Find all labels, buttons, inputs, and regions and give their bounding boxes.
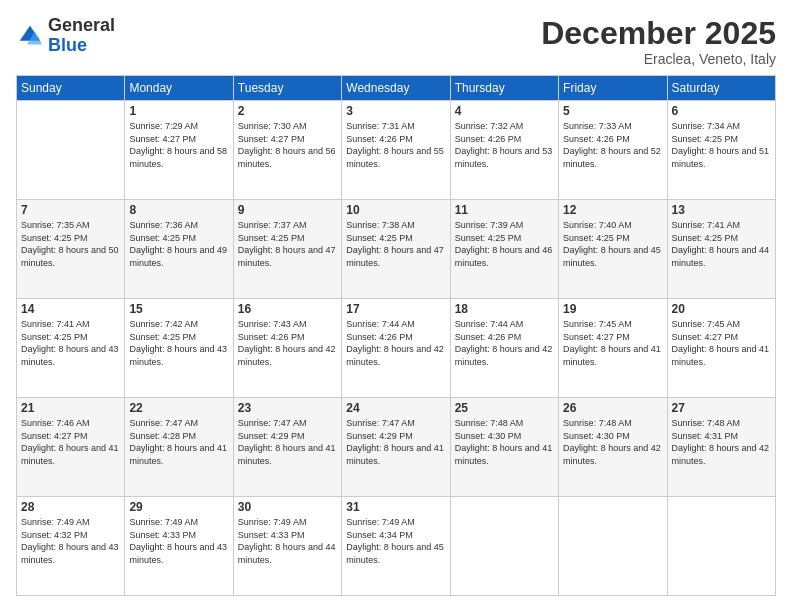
day-number: 6 (672, 104, 771, 118)
calendar-cell: 20Sunrise: 7:45 AMSunset: 4:27 PMDayligh… (667, 299, 775, 398)
cell-info: Sunrise: 7:41 AMSunset: 4:25 PMDaylight:… (672, 219, 771, 269)
cell-info: Sunrise: 7:37 AMSunset: 4:25 PMDaylight:… (238, 219, 337, 269)
cell-info: Sunrise: 7:44 AMSunset: 4:26 PMDaylight:… (346, 318, 445, 368)
page: General Blue December 2025 Eraclea, Vene… (0, 0, 792, 612)
cell-info: Sunrise: 7:48 AMSunset: 4:30 PMDaylight:… (563, 417, 662, 467)
day-number: 4 (455, 104, 554, 118)
day-header-sunday: Sunday (17, 76, 125, 101)
day-number: 16 (238, 302, 337, 316)
calendar-cell (667, 497, 775, 596)
day-number: 19 (563, 302, 662, 316)
cell-info: Sunrise: 7:43 AMSunset: 4:26 PMDaylight:… (238, 318, 337, 368)
calendar-week-3: 14Sunrise: 7:41 AMSunset: 4:25 PMDayligh… (17, 299, 776, 398)
calendar-cell: 15Sunrise: 7:42 AMSunset: 4:25 PMDayligh… (125, 299, 233, 398)
calendar-cell: 16Sunrise: 7:43 AMSunset: 4:26 PMDayligh… (233, 299, 341, 398)
calendar-cell: 1Sunrise: 7:29 AMSunset: 4:27 PMDaylight… (125, 101, 233, 200)
cell-info: Sunrise: 7:45 AMSunset: 4:27 PMDaylight:… (563, 318, 662, 368)
cell-info: Sunrise: 7:32 AMSunset: 4:26 PMDaylight:… (455, 120, 554, 170)
month-title: December 2025 (541, 16, 776, 51)
day-number: 23 (238, 401, 337, 415)
day-header-monday: Monday (125, 76, 233, 101)
cell-info: Sunrise: 7:49 AMSunset: 4:34 PMDaylight:… (346, 516, 445, 566)
logo: General Blue (16, 16, 115, 56)
day-number: 28 (21, 500, 120, 514)
calendar-cell: 5Sunrise: 7:33 AMSunset: 4:26 PMDaylight… (559, 101, 667, 200)
calendar-cell: 13Sunrise: 7:41 AMSunset: 4:25 PMDayligh… (667, 200, 775, 299)
day-number: 30 (238, 500, 337, 514)
calendar-cell: 4Sunrise: 7:32 AMSunset: 4:26 PMDaylight… (450, 101, 558, 200)
calendar-cell: 17Sunrise: 7:44 AMSunset: 4:26 PMDayligh… (342, 299, 450, 398)
day-number: 10 (346, 203, 445, 217)
day-number: 8 (129, 203, 228, 217)
cell-info: Sunrise: 7:34 AMSunset: 4:25 PMDaylight:… (672, 120, 771, 170)
calendar-cell: 7Sunrise: 7:35 AMSunset: 4:25 PMDaylight… (17, 200, 125, 299)
calendar-cell: 23Sunrise: 7:47 AMSunset: 4:29 PMDayligh… (233, 398, 341, 497)
day-number: 13 (672, 203, 771, 217)
calendar-week-4: 21Sunrise: 7:46 AMSunset: 4:27 PMDayligh… (17, 398, 776, 497)
cell-info: Sunrise: 7:38 AMSunset: 4:25 PMDaylight:… (346, 219, 445, 269)
calendar-cell: 28Sunrise: 7:49 AMSunset: 4:32 PMDayligh… (17, 497, 125, 596)
title-area: December 2025 Eraclea, Veneto, Italy (541, 16, 776, 67)
day-number: 9 (238, 203, 337, 217)
cell-info: Sunrise: 7:36 AMSunset: 4:25 PMDaylight:… (129, 219, 228, 269)
calendar-week-2: 7Sunrise: 7:35 AMSunset: 4:25 PMDaylight… (17, 200, 776, 299)
day-number: 27 (672, 401, 771, 415)
day-header-tuesday: Tuesday (233, 76, 341, 101)
calendar-cell: 6Sunrise: 7:34 AMSunset: 4:25 PMDaylight… (667, 101, 775, 200)
calendar-cell: 21Sunrise: 7:46 AMSunset: 4:27 PMDayligh… (17, 398, 125, 497)
cell-info: Sunrise: 7:47 AMSunset: 4:28 PMDaylight:… (129, 417, 228, 467)
day-number: 1 (129, 104, 228, 118)
calendar-cell: 22Sunrise: 7:47 AMSunset: 4:28 PMDayligh… (125, 398, 233, 497)
cell-info: Sunrise: 7:44 AMSunset: 4:26 PMDaylight:… (455, 318, 554, 368)
day-number: 31 (346, 500, 445, 514)
calendar-cell (17, 101, 125, 200)
calendar-cell: 19Sunrise: 7:45 AMSunset: 4:27 PMDayligh… (559, 299, 667, 398)
cell-info: Sunrise: 7:47 AMSunset: 4:29 PMDaylight:… (238, 417, 337, 467)
calendar-header-row: SundayMondayTuesdayWednesdayThursdayFrid… (17, 76, 776, 101)
cell-info: Sunrise: 7:49 AMSunset: 4:33 PMDaylight:… (129, 516, 228, 566)
day-number: 25 (455, 401, 554, 415)
cell-info: Sunrise: 7:40 AMSunset: 4:25 PMDaylight:… (563, 219, 662, 269)
cell-info: Sunrise: 7:49 AMSunset: 4:32 PMDaylight:… (21, 516, 120, 566)
day-header-wednesday: Wednesday (342, 76, 450, 101)
day-number: 26 (563, 401, 662, 415)
logo-icon (16, 22, 44, 50)
calendar-cell: 14Sunrise: 7:41 AMSunset: 4:25 PMDayligh… (17, 299, 125, 398)
day-number: 22 (129, 401, 228, 415)
day-number: 14 (21, 302, 120, 316)
logo-text: General Blue (48, 16, 115, 56)
cell-info: Sunrise: 7:31 AMSunset: 4:26 PMDaylight:… (346, 120, 445, 170)
header: General Blue December 2025 Eraclea, Vene… (16, 16, 776, 67)
cell-info: Sunrise: 7:42 AMSunset: 4:25 PMDaylight:… (129, 318, 228, 368)
calendar-table: SundayMondayTuesdayWednesdayThursdayFrid… (16, 75, 776, 596)
day-number: 5 (563, 104, 662, 118)
calendar-cell: 11Sunrise: 7:39 AMSunset: 4:25 PMDayligh… (450, 200, 558, 299)
day-number: 2 (238, 104, 337, 118)
cell-info: Sunrise: 7:49 AMSunset: 4:33 PMDaylight:… (238, 516, 337, 566)
cell-info: Sunrise: 7:46 AMSunset: 4:27 PMDaylight:… (21, 417, 120, 467)
calendar-cell: 25Sunrise: 7:48 AMSunset: 4:30 PMDayligh… (450, 398, 558, 497)
day-number: 24 (346, 401, 445, 415)
calendar-cell: 26Sunrise: 7:48 AMSunset: 4:30 PMDayligh… (559, 398, 667, 497)
cell-info: Sunrise: 7:35 AMSunset: 4:25 PMDaylight:… (21, 219, 120, 269)
day-number: 29 (129, 500, 228, 514)
calendar-cell: 3Sunrise: 7:31 AMSunset: 4:26 PMDaylight… (342, 101, 450, 200)
day-number: 18 (455, 302, 554, 316)
calendar-cell: 29Sunrise: 7:49 AMSunset: 4:33 PMDayligh… (125, 497, 233, 596)
calendar-cell (559, 497, 667, 596)
cell-info: Sunrise: 7:33 AMSunset: 4:26 PMDaylight:… (563, 120, 662, 170)
calendar-week-5: 28Sunrise: 7:49 AMSunset: 4:32 PMDayligh… (17, 497, 776, 596)
day-number: 21 (21, 401, 120, 415)
cell-info: Sunrise: 7:48 AMSunset: 4:31 PMDaylight:… (672, 417, 771, 467)
calendar-cell: 30Sunrise: 7:49 AMSunset: 4:33 PMDayligh… (233, 497, 341, 596)
calendar-cell: 24Sunrise: 7:47 AMSunset: 4:29 PMDayligh… (342, 398, 450, 497)
calendar-cell: 27Sunrise: 7:48 AMSunset: 4:31 PMDayligh… (667, 398, 775, 497)
day-number: 7 (21, 203, 120, 217)
cell-info: Sunrise: 7:30 AMSunset: 4:27 PMDaylight:… (238, 120, 337, 170)
calendar-cell: 31Sunrise: 7:49 AMSunset: 4:34 PMDayligh… (342, 497, 450, 596)
cell-info: Sunrise: 7:41 AMSunset: 4:25 PMDaylight:… (21, 318, 120, 368)
day-number: 12 (563, 203, 662, 217)
calendar-week-1: 1Sunrise: 7:29 AMSunset: 4:27 PMDaylight… (17, 101, 776, 200)
day-header-saturday: Saturday (667, 76, 775, 101)
day-header-friday: Friday (559, 76, 667, 101)
